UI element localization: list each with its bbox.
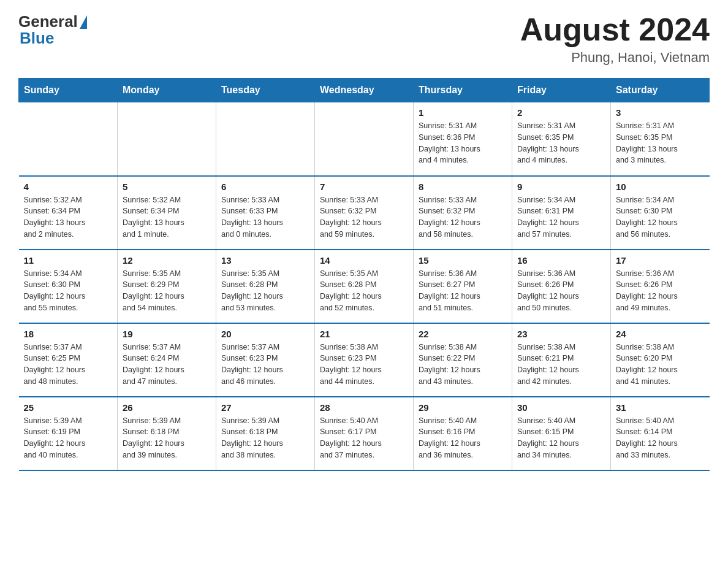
day-number: 6	[221, 182, 309, 192]
day-info: Sunrise: 5:38 AMSunset: 6:21 PMDaylight:…	[517, 342, 605, 388]
day-info: Sunrise: 5:31 AMSunset: 6:36 PMDaylight:…	[419, 120, 507, 166]
day-number: 23	[517, 329, 605, 339]
calendar-cell: 7Sunrise: 5:33 AMSunset: 6:32 PMDaylight…	[315, 176, 414, 250]
calendar-cell: 25Sunrise: 5:39 AMSunset: 6:19 PMDayligh…	[19, 397, 118, 470]
header-cell-sunday: Sunday	[19, 79, 118, 102]
day-info: Sunrise: 5:39 AMSunset: 6:18 PMDaylight:…	[123, 415, 211, 461]
day-info: Sunrise: 5:38 AMSunset: 6:20 PMDaylight:…	[616, 342, 705, 388]
calendar-cell: 13Sunrise: 5:35 AMSunset: 6:28 PMDayligh…	[216, 250, 315, 323]
calendar-cell: 19Sunrise: 5:37 AMSunset: 6:24 PMDayligh…	[118, 323, 216, 397]
day-number: 29	[419, 402, 507, 413]
day-info: Sunrise: 5:38 AMSunset: 6:22 PMDaylight:…	[419, 342, 507, 388]
calendar-cell: 21Sunrise: 5:38 AMSunset: 6:23 PMDayligh…	[315, 323, 414, 397]
day-number: 28	[320, 402, 408, 413]
day-number: 19	[123, 329, 211, 339]
calendar-cell: 15Sunrise: 5:36 AMSunset: 6:27 PMDayligh…	[414, 250, 512, 323]
header-cell-thursday: Thursday	[414, 79, 512, 102]
month-title: August 2024	[520, 12, 710, 47]
day-info: Sunrise: 5:37 AMSunset: 6:23 PMDaylight:…	[221, 342, 309, 388]
day-number: 1	[419, 107, 507, 118]
calendar-cell: 17Sunrise: 5:36 AMSunset: 6:26 PMDayligh…	[611, 250, 710, 323]
header-cell-friday: Friday	[512, 79, 611, 102]
day-number: 17	[616, 255, 705, 266]
logo-blue-text: Blue	[20, 29, 54, 48]
calendar-cell: 30Sunrise: 5:40 AMSunset: 6:15 PMDayligh…	[512, 397, 611, 470]
day-info: Sunrise: 5:36 AMSunset: 6:26 PMDaylight:…	[616, 268, 705, 314]
calendar-cell: 2Sunrise: 5:31 AMSunset: 6:35 PMDaylight…	[512, 102, 611, 176]
calendar-cell: 26Sunrise: 5:39 AMSunset: 6:18 PMDayligh…	[118, 397, 216, 470]
day-info: Sunrise: 5:35 AMSunset: 6:28 PMDaylight:…	[320, 268, 408, 314]
calendar-cell: 20Sunrise: 5:37 AMSunset: 6:23 PMDayligh…	[216, 323, 315, 397]
day-info: Sunrise: 5:32 AMSunset: 6:34 PMDaylight:…	[24, 194, 113, 240]
calendar-cell: 3Sunrise: 5:31 AMSunset: 6:35 PMDaylight…	[611, 102, 710, 176]
calendar-cell	[315, 102, 414, 176]
calendar-cell: 27Sunrise: 5:39 AMSunset: 6:18 PMDayligh…	[216, 397, 315, 470]
day-number: 7	[320, 182, 408, 192]
day-info: Sunrise: 5:33 AMSunset: 6:32 PMDaylight:…	[320, 194, 408, 240]
day-number: 14	[320, 255, 408, 266]
day-info: Sunrise: 5:37 AMSunset: 6:25 PMDaylight:…	[24, 342, 113, 388]
logo-triangle-icon	[80, 15, 87, 29]
day-info: Sunrise: 5:36 AMSunset: 6:27 PMDaylight:…	[419, 268, 507, 314]
day-number: 20	[221, 329, 309, 339]
calendar-body: 1Sunrise: 5:31 AMSunset: 6:36 PMDaylight…	[19, 102, 710, 470]
location-text: Phung, Hanoi, Vietnam	[520, 50, 710, 66]
calendar-cell: 18Sunrise: 5:37 AMSunset: 6:25 PMDayligh…	[19, 323, 118, 397]
day-number: 30	[517, 402, 605, 413]
calendar-cell: 22Sunrise: 5:38 AMSunset: 6:22 PMDayligh…	[414, 323, 512, 397]
calendar-cell: 1Sunrise: 5:31 AMSunset: 6:36 PMDaylight…	[414, 102, 512, 176]
calendar-cell: 24Sunrise: 5:38 AMSunset: 6:20 PMDayligh…	[611, 323, 710, 397]
calendar-cell	[19, 102, 118, 176]
day-info: Sunrise: 5:39 AMSunset: 6:18 PMDaylight:…	[221, 415, 309, 461]
day-number: 21	[320, 329, 408, 339]
calendar-cell	[118, 102, 216, 176]
calendar-cell: 16Sunrise: 5:36 AMSunset: 6:26 PMDayligh…	[512, 250, 611, 323]
calendar-cell: 9Sunrise: 5:34 AMSunset: 6:31 PMDaylight…	[512, 176, 611, 250]
day-number: 15	[419, 255, 507, 266]
week-row-2: 4Sunrise: 5:32 AMSunset: 6:34 PMDaylight…	[19, 176, 710, 250]
day-info: Sunrise: 5:31 AMSunset: 6:35 PMDaylight:…	[517, 120, 605, 166]
day-info: Sunrise: 5:34 AMSunset: 6:31 PMDaylight:…	[517, 194, 605, 240]
day-info: Sunrise: 5:40 AMSunset: 6:17 PMDaylight:…	[320, 415, 408, 461]
week-row-1: 1Sunrise: 5:31 AMSunset: 6:36 PMDaylight…	[19, 102, 710, 176]
day-number: 11	[24, 255, 113, 266]
week-row-3: 11Sunrise: 5:34 AMSunset: 6:30 PMDayligh…	[19, 250, 710, 323]
calendar-cell	[216, 102, 315, 176]
calendar-cell: 12Sunrise: 5:35 AMSunset: 6:29 PMDayligh…	[118, 250, 216, 323]
calendar-header: SundayMondayTuesdayWednesdayThursdayFrid…	[19, 79, 710, 102]
calendar-cell: 6Sunrise: 5:33 AMSunset: 6:33 PMDaylight…	[216, 176, 315, 250]
day-info: Sunrise: 5:40 AMSunset: 6:15 PMDaylight:…	[517, 415, 605, 461]
day-number: 2	[517, 107, 605, 118]
day-info: Sunrise: 5:39 AMSunset: 6:19 PMDaylight:…	[24, 415, 113, 461]
week-row-5: 25Sunrise: 5:39 AMSunset: 6:19 PMDayligh…	[19, 397, 710, 470]
header-cell-wednesday: Wednesday	[315, 79, 414, 102]
calendar-cell: 4Sunrise: 5:32 AMSunset: 6:34 PMDaylight…	[19, 176, 118, 250]
header-cell-saturday: Saturday	[611, 79, 710, 102]
day-number: 18	[24, 329, 113, 339]
day-info: Sunrise: 5:32 AMSunset: 6:34 PMDaylight:…	[123, 194, 211, 240]
week-row-4: 18Sunrise: 5:37 AMSunset: 6:25 PMDayligh…	[19, 323, 710, 397]
calendar-cell: 11Sunrise: 5:34 AMSunset: 6:30 PMDayligh…	[19, 250, 118, 323]
day-info: Sunrise: 5:37 AMSunset: 6:24 PMDaylight:…	[123, 342, 211, 388]
logo: General Blue	[18, 12, 87, 48]
calendar-cell: 10Sunrise: 5:34 AMSunset: 6:30 PMDayligh…	[611, 176, 710, 250]
day-number: 8	[419, 182, 507, 192]
calendar-cell: 5Sunrise: 5:32 AMSunset: 6:34 PMDaylight…	[118, 176, 216, 250]
day-number: 9	[517, 182, 605, 192]
day-info: Sunrise: 5:33 AMSunset: 6:33 PMDaylight:…	[221, 194, 309, 240]
day-info: Sunrise: 5:40 AMSunset: 6:14 PMDaylight:…	[616, 415, 705, 461]
calendar-table: SundayMondayTuesdayWednesdayThursdayFrid…	[18, 78, 710, 471]
header-row: SundayMondayTuesdayWednesdayThursdayFrid…	[19, 79, 710, 102]
day-number: 27	[221, 402, 309, 413]
header-cell-tuesday: Tuesday	[216, 79, 315, 102]
calendar-cell: 28Sunrise: 5:40 AMSunset: 6:17 PMDayligh…	[315, 397, 414, 470]
day-info: Sunrise: 5:38 AMSunset: 6:23 PMDaylight:…	[320, 342, 408, 388]
day-number: 24	[616, 329, 705, 339]
day-number: 31	[616, 402, 705, 413]
day-number: 10	[616, 182, 705, 192]
day-info: Sunrise: 5:36 AMSunset: 6:26 PMDaylight:…	[517, 268, 605, 314]
day-info: Sunrise: 5:34 AMSunset: 6:30 PMDaylight:…	[24, 268, 113, 314]
day-number: 4	[24, 182, 113, 192]
day-info: Sunrise: 5:34 AMSunset: 6:30 PMDaylight:…	[616, 194, 705, 240]
day-number: 25	[24, 402, 113, 413]
